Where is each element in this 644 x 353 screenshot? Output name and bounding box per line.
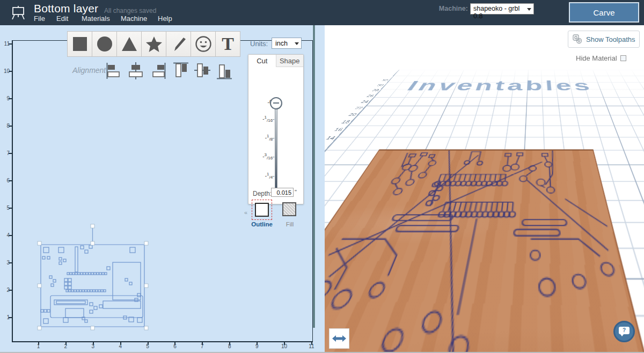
triangle-icon xyxy=(121,36,137,52)
triangle-tool-button[interactable] xyxy=(116,31,142,57)
help-bubble-icon: ? xyxy=(619,327,630,334)
pen-tool-button[interactable] xyxy=(166,31,191,57)
depth-scale-label: -1/4" xyxy=(250,172,274,180)
toolpaths-icon xyxy=(573,34,582,44)
square-icon xyxy=(72,36,87,52)
bed-watermark: Inventables xyxy=(402,78,595,94)
smiley-tool-button[interactable] xyxy=(191,31,216,57)
smiley-icon xyxy=(195,35,212,53)
bed-tick-label: 22 xyxy=(337,106,364,110)
menu-help[interactable]: Help xyxy=(158,14,172,23)
cut-shape-tabs: Cut Shape xyxy=(248,55,303,67)
bed-tick-label: 20 xyxy=(330,113,358,117)
units-label: Units: xyxy=(250,40,268,48)
tab-shape[interactable]: Shape xyxy=(276,55,304,67)
depth-scale-label: -1/16" xyxy=(250,115,274,123)
depth-label: Depth: xyxy=(253,190,272,197)
pen-icon xyxy=(171,36,187,52)
menu-materials[interactable]: Materials xyxy=(82,14,110,23)
depth-unit: " xyxy=(295,189,297,195)
bed-tick-label: 18 xyxy=(325,120,351,124)
topbar: Bottom layer All changes saved File Edit… xyxy=(0,0,644,25)
preview-3d-scene[interactable]: Inventables 32 30 28 26 24 22 20 18 16 1… xyxy=(325,25,644,353)
save-status: All changes saved xyxy=(104,7,156,14)
depth-scale-label: -1/8" xyxy=(250,134,274,142)
preview-3d-panel: Inventables 32 30 28 26 24 22 20 18 16 1… xyxy=(325,25,644,353)
cut-settings-panel: Cut Shape -0" -1/16" -1/8" -3/16" -1/4" … xyxy=(248,54,304,204)
outline-label: Outline xyxy=(250,221,274,227)
show-toolpaths-label: Show Toolpaths xyxy=(586,35,635,43)
text-tool-button[interactable]: T xyxy=(215,31,240,57)
dropdown-arrow-icon xyxy=(295,42,299,45)
show-toolpaths-button[interactable]: Show Toolpaths xyxy=(568,31,640,48)
units-select[interactable]: inch xyxy=(272,38,302,49)
toolpath-preview xyxy=(325,151,644,353)
machine-select[interactable]: shapeoko - grbl 0.8 xyxy=(470,3,534,14)
material-stock xyxy=(325,149,644,353)
hide-material-checkbox[interactable] xyxy=(620,55,626,61)
carve-button[interactable]: Carve xyxy=(569,2,639,23)
panel-divider[interactable] xyxy=(313,0,315,328)
help-button[interactable]: ? xyxy=(613,321,635,342)
units-value: inch xyxy=(275,40,288,47)
star-tool-button[interactable] xyxy=(141,31,166,57)
shape-toolbar: T xyxy=(67,31,240,57)
pan-view-button[interactable] xyxy=(329,328,349,349)
selection-handles xyxy=(38,224,148,330)
outline-swatch-icon xyxy=(255,203,269,217)
machine-select-value: shapeoko - grbl 0.8 xyxy=(473,5,519,20)
star-icon xyxy=(146,36,162,52)
text-tool-icon: T xyxy=(222,35,234,53)
menu-machine[interactable]: Machine xyxy=(121,14,147,23)
fill-label: Fill xyxy=(281,221,299,227)
document-title[interactable]: Bottom layer xyxy=(34,2,98,15)
design-canvas-panel: 1 2 3 4 5 6 7 8 9 10 11 11 10 9 8 7 6 5 … xyxy=(0,25,325,353)
hide-material-row: Hide Material xyxy=(576,54,626,62)
depth-slider-track[interactable] xyxy=(275,103,277,193)
depth-scale-label: -3/16" xyxy=(250,152,274,160)
machine-label: Machine: xyxy=(439,5,468,12)
outline-option[interactable] xyxy=(252,200,272,220)
depth-input[interactable] xyxy=(271,188,294,197)
dropdown-arrow-icon xyxy=(527,8,531,11)
horizontal-arrows-icon xyxy=(332,335,346,342)
bed-tick-label: 26 xyxy=(350,94,375,98)
bed-tick-label: 32 xyxy=(367,79,389,82)
easel-logo-icon[interactable] xyxy=(10,4,26,20)
bed-tick-label: 28 xyxy=(356,89,379,92)
fill-swatch-icon xyxy=(282,202,296,216)
depth-slider-handle[interactable] xyxy=(270,97,282,109)
help-question-glyph: ? xyxy=(619,327,630,333)
bed-tick-label: 24 xyxy=(344,100,370,104)
circle-icon xyxy=(97,36,113,52)
hide-material-label: Hide Material xyxy=(576,54,617,62)
tab-cut[interactable]: Cut xyxy=(248,55,276,67)
menu-edit[interactable]: Edit xyxy=(56,14,68,23)
fill-option[interactable] xyxy=(282,202,297,217)
menu-file[interactable]: File xyxy=(34,14,45,23)
bed-tick-label: 30 xyxy=(361,84,384,86)
square-tool-button[interactable] xyxy=(67,31,92,57)
circle-tool-button[interactable] xyxy=(92,31,117,57)
bed-tick-label: 16 xyxy=(325,127,344,132)
collapse-panel-arrow[interactable]: « xyxy=(244,209,247,216)
easel-app: Bottom layer All changes saved File Edit… xyxy=(0,0,644,353)
